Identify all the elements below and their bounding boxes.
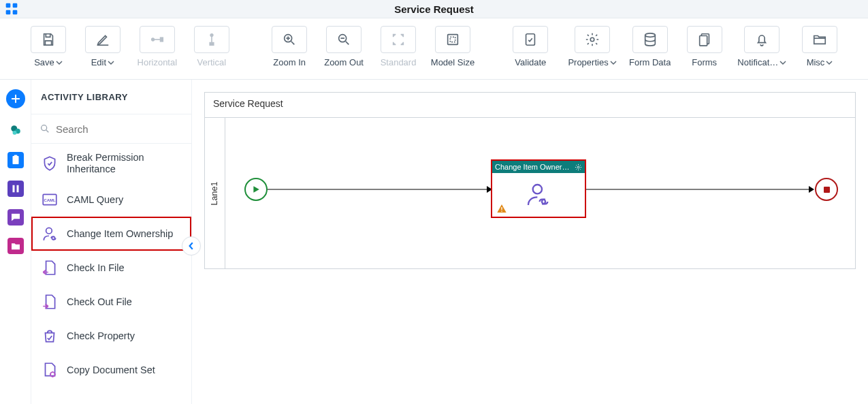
process-pool[interactable]: Service Request Lane1 xyxy=(204,92,856,269)
edit-icon xyxy=(85,26,120,53)
flow-arrow[interactable] xyxy=(268,189,491,190)
activity-library-panel: ACTIVITY LIBRARY Break Permission Inheri… xyxy=(31,80,192,404)
toolbar: Save Edit Horizontal Vertical Zoom In Zo… xyxy=(0,18,868,80)
activity-node-title: Change Item Ownershi... xyxy=(495,163,572,171)
activity-item-break-permission[interactable]: Break Permission Inheritance xyxy=(31,144,191,183)
pool-title: Service Request xyxy=(205,93,855,114)
svg-rect-2 xyxy=(6,10,11,15)
forms-icon xyxy=(687,26,722,53)
collapse-sidebar-button[interactable] xyxy=(182,236,201,255)
files-icon[interactable] xyxy=(7,238,24,254)
misc-button[interactable]: Misc xyxy=(794,24,845,79)
chat-icon[interactable] xyxy=(7,209,24,226)
caml-icon: CAML xyxy=(41,191,59,208)
activity-list: Break Permission Inheritance CAML CAML Q… xyxy=(31,144,191,404)
flow-arrow[interactable] xyxy=(586,189,814,190)
vertical-button[interactable]: Vertical xyxy=(187,24,237,79)
svg-rect-20 xyxy=(14,155,17,157)
search-icon xyxy=(39,123,50,135)
activity-item-check-property[interactable]: Check Property xyxy=(31,319,191,353)
folder-icon xyxy=(802,26,837,53)
lane-label[interactable]: Lane1 xyxy=(205,118,225,268)
svg-point-26 xyxy=(46,228,52,234)
svg-point-23 xyxy=(42,125,47,131)
validate-button[interactable]: Validate xyxy=(505,24,556,79)
save-button[interactable]: Save xyxy=(23,24,74,79)
svg-text:CAML: CAML xyxy=(44,199,56,203)
validate-icon xyxy=(513,26,548,53)
forms-button[interactable]: Forms xyxy=(679,24,730,79)
svg-rect-7 xyxy=(210,43,214,46)
activity-label: Copy Document Set xyxy=(67,364,155,376)
activity-item-check-out[interactable]: Check Out File xyxy=(31,285,191,319)
canvas-area[interactable]: Service Request Lane1 xyxy=(192,80,868,404)
clipboard-icon[interactable] xyxy=(7,152,24,168)
chevron-down-icon xyxy=(108,59,114,66)
zoom-out-button[interactable]: Zoom Out xyxy=(319,24,369,79)
svg-point-6 xyxy=(210,34,213,37)
activity-item-change-ownership[interactable]: Change Item Ownership xyxy=(31,217,191,251)
svg-point-12 xyxy=(590,37,594,42)
svg-rect-10 xyxy=(448,35,458,45)
standard-zoom-button[interactable]: Standard xyxy=(373,24,423,79)
search-box[interactable] xyxy=(31,114,191,144)
activity-node-change-ownership[interactable]: Change Item Ownershi... xyxy=(491,159,586,218)
user-link-icon xyxy=(525,181,552,208)
svg-rect-3 xyxy=(13,10,18,15)
activity-label: Check Property xyxy=(67,330,135,342)
activity-label: Change Item Ownership xyxy=(67,228,173,240)
svg-rect-22 xyxy=(16,185,18,193)
gear-icon[interactable] xyxy=(575,164,582,171)
form-data-button[interactable]: Form Data xyxy=(625,24,675,79)
shield-icon xyxy=(41,155,59,172)
title-bar: Service Request xyxy=(0,0,868,18)
svg-rect-11 xyxy=(526,34,535,46)
edit-button[interactable]: Edit xyxy=(78,24,128,79)
properties-button[interactable]: Properties xyxy=(564,24,620,79)
database-icon xyxy=(632,26,668,53)
parallel-icon[interactable] xyxy=(7,181,24,197)
model-size-button[interactable]: Model Size xyxy=(428,24,478,79)
zoom-out-icon xyxy=(326,26,361,53)
lane-body[interactable]: Change Item Ownershi... xyxy=(225,118,855,268)
save-icon xyxy=(31,26,66,53)
svg-rect-21 xyxy=(12,185,14,193)
left-rail xyxy=(0,80,31,404)
activity-item-copy-docset[interactable]: Copy Document Set xyxy=(31,353,191,387)
sharepoint-icon[interactable] xyxy=(6,121,25,140)
add-button[interactable] xyxy=(6,89,25,108)
fit-standard-icon xyxy=(381,26,416,53)
svg-marker-31 xyxy=(809,186,814,193)
gear-icon xyxy=(575,26,610,53)
play-icon xyxy=(252,185,260,193)
svg-rect-19 xyxy=(12,156,18,164)
horizontal-button[interactable]: Horizontal xyxy=(132,24,182,79)
zoom-in-button[interactable]: Zoom In xyxy=(264,24,315,79)
horizontal-flow-icon xyxy=(140,26,175,53)
app-menu-icon[interactable] xyxy=(0,2,23,16)
start-event-node[interactable] xyxy=(244,178,268,201)
page-title: Service Request xyxy=(23,3,845,15)
chevron-left-icon xyxy=(187,242,195,250)
chevron-down-icon xyxy=(826,59,833,66)
notifications-button[interactable]: Notificat… xyxy=(734,24,790,79)
file-gear-icon xyxy=(41,361,59,379)
activity-label: CAML Query xyxy=(67,194,123,206)
search-input[interactable] xyxy=(56,123,183,135)
svg-rect-36 xyxy=(501,211,502,211)
svg-rect-15 xyxy=(699,36,707,46)
activity-label: Break Permission Inheritance xyxy=(67,152,182,174)
svg-rect-1 xyxy=(13,3,18,8)
vertical-flow-icon xyxy=(194,26,229,53)
activity-label: Check Out File xyxy=(67,296,132,308)
activity-item-caml-query[interactable]: CAML CAML Query xyxy=(31,183,191,217)
svg-point-13 xyxy=(645,33,655,37)
svg-rect-0 xyxy=(6,3,11,8)
end-event-node[interactable] xyxy=(815,178,838,201)
svg-point-18 xyxy=(12,131,16,135)
svg-point-33 xyxy=(577,166,579,168)
svg-rect-5 xyxy=(160,37,163,42)
activity-item-check-in[interactable]: Check In File xyxy=(31,251,191,285)
bag-check-icon xyxy=(41,327,59,345)
svg-point-4 xyxy=(152,38,155,41)
